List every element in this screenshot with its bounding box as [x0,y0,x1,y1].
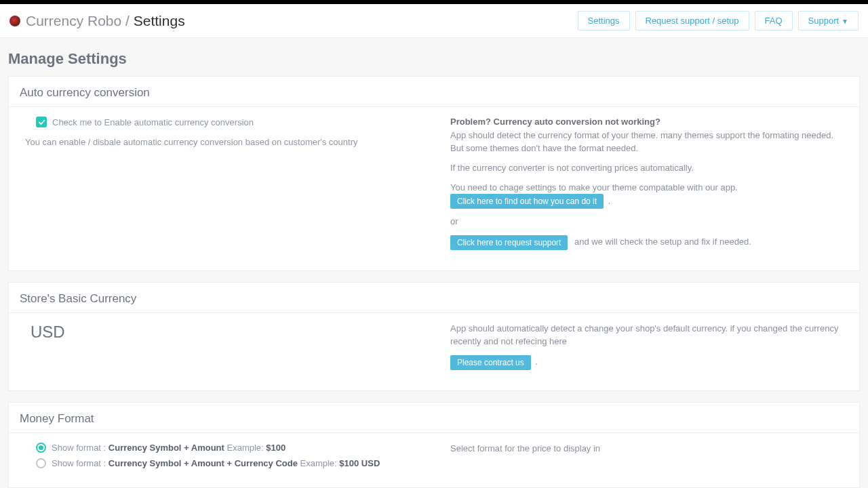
support-label: Support [808,16,840,26]
money-help: Select format for the price to display i… [450,443,843,455]
contact-us-button[interactable]: Please contract us [450,355,531,370]
basic-currency-value: USD [25,323,434,342]
breadcrumb-app[interactable]: Currency Robo [26,13,121,28]
chevron-down-icon: ▼ [842,18,848,25]
panel-title: Money Format [9,403,859,433]
faq-button[interactable]: FAQ [755,11,793,30]
page-title: Manage Settings [0,38,868,76]
dot: . [535,357,538,367]
format-option-1-radio[interactable] [36,443,46,453]
request-support-inline-button[interactable]: Click here to request support [450,235,568,250]
breadcrumb: Currency Robo / Settings [26,13,185,29]
format-option-2-radio[interactable] [36,458,46,468]
auto-help-p1: App should detect the currency format of… [450,129,843,155]
support-dropdown-button[interactable]: Support▼ [798,11,859,30]
auto-help-p3a: You need to chage settings to make your … [450,182,738,192]
format-option-2-label: Show format : Currency Symbol + Amount +… [52,458,380,468]
app-logo-icon [9,16,20,26]
settings-button[interactable]: Settings [578,11,630,30]
dot: . [608,196,611,206]
breadcrumb-sep: / [125,13,130,28]
breadcrumb-current: Settings [134,13,185,28]
panel-title: Auto currency conversion [9,77,859,107]
find-out-button[interactable]: Click here to find out how you can do it [450,194,604,209]
auto-or: or [450,216,843,228]
request-support-button[interactable]: Request support / setup [635,11,749,30]
panel-title: Store's Basic Currency [9,283,859,313]
header: Currency Robo / Settings Settings Reques… [0,4,868,38]
auto-help-p3b: and we will check the setup and fix if n… [574,237,751,247]
panel-money-format: Money Format Show format : Currency Symb… [8,402,860,488]
enable-auto-checkbox[interactable] [36,117,47,127]
auto-desc: You can enable / disbale automatic curre… [25,137,434,147]
basic-help: App should automatically detect a change… [450,323,838,346]
panel-auto-conversion: Auto currency conversion Check me to Ena… [8,76,860,271]
format-option-1-label: Show format : Currency Symbol + Amount E… [52,443,285,453]
auto-help-title: Problem? Currency auto conversion not wo… [450,117,843,127]
enable-auto-label: Check me to Enable automatic currency co… [52,117,254,127]
auto-help-p2: If the currency converter is not convert… [450,162,843,175]
panel-basic-currency: Store's Basic Currency USD App should au… [8,282,860,391]
